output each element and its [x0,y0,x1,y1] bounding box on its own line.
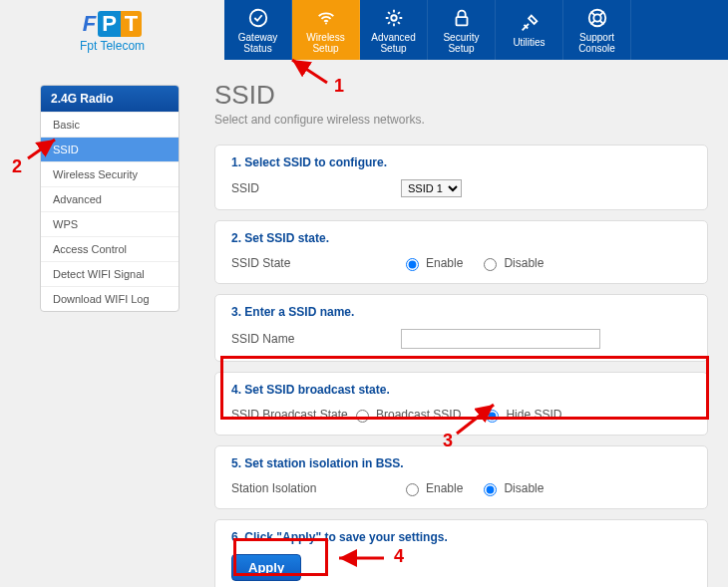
brand-p: P [98,11,121,37]
row-station-isolation: Station Isolation Enable Disable [231,480,691,496]
nav-security-setup[interactable]: Security Setup [428,0,496,60]
card-title: 3. Enter a SSID name. [231,305,691,319]
page-body: 2.4G Radio Basic SSID Wireless Security … [0,60,728,587]
tools-icon [519,12,541,34]
svg-point-1 [325,22,327,24]
sidebar-item-ssid[interactable]: SSID [41,137,179,161]
nav-label: Gateway [238,32,277,43]
card-title: 6. Click "Apply" to save your settings. [231,530,691,544]
sidebar-item-wps[interactable]: WPS [41,211,179,236]
card-apply: 6. Click "Apply" to save your settings. … [214,519,708,587]
apply-button[interactable]: Apply [231,554,301,581]
card-ssid-name: 3. Enter a SSID name. SSID Name [214,294,708,362]
nav-advanced-setup[interactable]: Advanced Setup [360,0,428,60]
row-ssid-select: SSID SSID 1 [231,179,691,197]
nav-label: Security [443,32,479,43]
card-ssid-state: 2. Set SSID state. SSID State Enable Dis… [214,220,708,284]
ssid-name-input[interactable] [401,329,600,349]
sidebar-heading: 2.4G Radio [41,86,179,112]
nav-support-console[interactable]: Support Console [563,0,631,60]
page-title: SSID [214,80,708,111]
card-title: 1. Select SSID to configure. [231,155,691,169]
broadcast-ssid-radio[interactable] [356,410,369,423]
isolation-disable-radio[interactable] [484,483,497,496]
nav-label2: Console [578,43,615,54]
sidebar-item-advanced[interactable]: Advanced [41,186,179,211]
sidebar-item-wireless-security[interactable]: Wireless Security [41,161,179,186]
nav-label2: Status [243,43,271,54]
nav-utilities[interactable]: Utilities [496,0,563,60]
brand-logo: F P T Fpt Telecom [0,0,224,60]
radio-label: Enable [426,481,463,495]
svg-point-2 [391,15,397,21]
nav-gateway-status[interactable]: Gateway Status [224,0,292,60]
field-label: SSID [231,181,401,195]
row-ssid-name: SSID Name [231,329,691,349]
svg-point-5 [593,14,600,21]
svg-point-0 [249,9,266,26]
field-label: SSID Name [231,332,401,346]
gear-icon [383,7,405,29]
card-select-ssid: 1. Select SSID to configure. SSID SSID 1 [214,145,708,210]
sidebar-item-access-control[interactable]: Access Control [41,236,179,261]
nav-label: Wireless [306,32,344,43]
nav-wireless-setup[interactable]: Wireless Setup [292,0,360,60]
field-label: Station Isolation [231,481,401,495]
nav-label: Utilities [513,37,545,48]
row-broadcast-state: SSID Broadcast State Broadcast SSID Hide… [231,407,691,423]
ssid-state-disable-radio[interactable] [484,258,497,271]
life-ring-icon [586,7,608,29]
top-nav: Gateway Status Wireless Setup Advanced S… [224,0,728,60]
check-circle-icon [247,7,269,29]
nav-label: Support [579,32,614,43]
card-title: 2. Set SSID state. [231,231,691,245]
radio-label: Enable [426,256,463,270]
sidebar-item-download-log[interactable]: Download WIFI Log [41,286,179,311]
card-broadcast-state: 4. Set SSID broadcast state. SSID Broadc… [214,372,708,436]
lock-icon [451,7,473,29]
radio-label: Broadcast SSID [376,408,461,422]
nav-label: Advanced [371,32,415,43]
sidebar-item-detect-wifi[interactable]: Detect WIFI Signal [41,261,179,286]
row-ssid-state: SSID State Enable Disable [231,255,691,271]
page-description: Select and configure wireless networks. [214,113,708,127]
isolation-enable-radio[interactable] [406,483,419,496]
radio-label: Disable [504,481,544,495]
card-station-isolation: 5. Set station isolation in BSS. Station… [214,445,708,509]
card-title: 4. Set SSID broadcast state. [231,383,691,397]
field-label: SSID State [231,256,401,270]
ssid-dropdown[interactable]: SSID 1 [401,179,462,197]
brand-f: F [83,11,96,37]
wifi-icon [315,7,337,29]
sidebar: 2.4G Radio Basic SSID Wireless Security … [40,85,180,312]
radio-label: Hide SSID [506,408,561,422]
hide-ssid-radio[interactable] [486,410,499,423]
nav-label2: Setup [380,43,406,54]
card-title: 5. Set station isolation in BSS. [231,456,691,470]
nav-label2: Setup [448,43,474,54]
nav-label2: Setup [312,43,338,54]
sidebar-item-basic[interactable]: Basic [41,112,179,137]
brand-t: T [121,11,142,37]
svg-rect-3 [456,17,467,25]
ssid-state-enable-radio[interactable] [406,258,419,271]
brand-mark: F P T [83,11,143,37]
header: F P T Fpt Telecom Gateway Status Wireles… [0,0,728,60]
radio-label: Disable [504,256,544,270]
main-content: SSID Select and configure wireless netwo… [214,80,708,587]
brand-tagline: Fpt Telecom [80,39,145,53]
